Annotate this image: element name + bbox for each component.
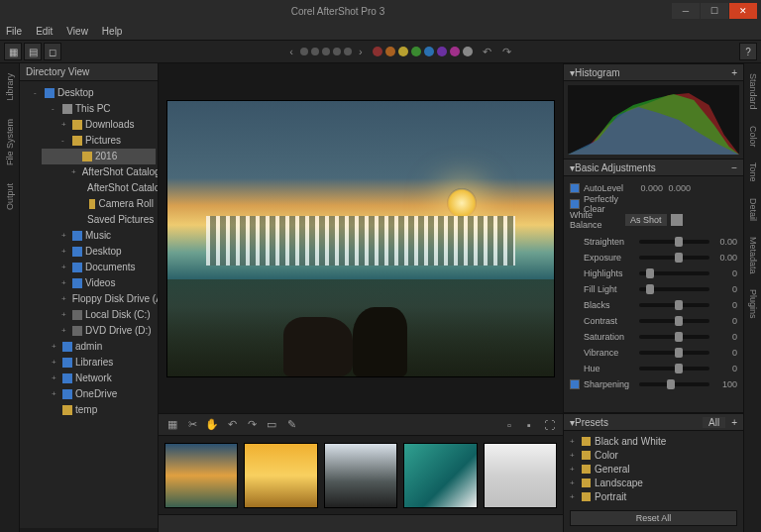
tab-library[interactable]: Library [5, 69, 15, 105]
rating-next-icon[interactable]: › [355, 46, 367, 57]
tree-twisty-icon[interactable]: + [61, 324, 69, 338]
thumb-large-icon[interactable]: ▪ [521, 417, 537, 433]
star-icon[interactable] [311, 48, 319, 55]
thumbnail[interactable] [244, 443, 317, 508]
tree-twisty-icon[interactable]: - [52, 102, 59, 116]
rating-prev-icon[interactable]: ‹ [285, 46, 297, 57]
tab-metadata[interactable]: Metadata [748, 233, 758, 278]
thumbnail[interactable] [484, 443, 557, 508]
toolbar-help-button[interactable]: ? [739, 43, 757, 60]
plus-icon[interactable]: + [731, 417, 737, 428]
region-tool-icon[interactable]: ▭ [264, 417, 279, 433]
tree-item[interactable]: +DVD Drive (D:) [42, 323, 156, 339]
crop-tool-icon[interactable]: ✂ [184, 417, 200, 433]
tree-twisty-icon[interactable]: + [52, 356, 59, 370]
star-icon[interactable] [322, 48, 330, 55]
tree-twisty-icon[interactable]: + [71, 165, 76, 179]
slider[interactable] [639, 351, 709, 355]
tab-detail[interactable]: Detail [748, 194, 758, 225]
tree-twisty-icon[interactable]: + [61, 118, 69, 132]
preset-folder[interactable]: +Portrait [570, 489, 737, 503]
reset-all-button[interactable]: Reset All [570, 510, 737, 526]
tree-item[interactable]: +Videos [42, 275, 156, 291]
toolbar-layout-2-button[interactable]: ▤ [24, 43, 42, 60]
redo-icon[interactable]: ↷ [498, 46, 515, 58]
thumbnail[interactable] [164, 443, 238, 508]
menu-help[interactable]: Help [102, 26, 123, 37]
basic-adjustments-header[interactable]: ▾ Basic Adjustments − [564, 159, 743, 176]
color-label-dot[interactable] [463, 47, 473, 56]
tree-item[interactable]: temp [42, 402, 156, 418]
minus-icon[interactable]: − [731, 162, 737, 173]
toolbar-layout-1-button[interactable]: ▦ [4, 43, 22, 60]
tree-item[interactable]: 2016 [42, 149, 156, 164]
slider[interactable] [639, 303, 709, 307]
tree-item[interactable]: +Libraries [42, 355, 156, 371]
color-label-dot[interactable] [450, 47, 460, 56]
filmstrip[interactable] [159, 435, 563, 514]
tree-item[interactable]: +Music [42, 228, 156, 244]
slider[interactable] [639, 256, 709, 260]
grid-view-icon[interactable]: ▦ [164, 417, 180, 433]
tree-item[interactable]: Saved Pictures [42, 212, 156, 228]
thumbnail[interactable] [403, 443, 477, 508]
tree-item[interactable]: +Desktop [42, 244, 156, 260]
tab-standard[interactable]: Standard [748, 69, 758, 114]
tree-item[interactable]: +AfterShot Catalog 1.0 [42, 164, 156, 180]
pan-tool-icon[interactable]: ✋ [204, 417, 220, 433]
rotate-right-icon[interactable]: ↷ [244, 417, 260, 433]
window-close-button[interactable]: ✕ [729, 3, 757, 19]
tree-root-item[interactable]: -Desktop [32, 85, 156, 101]
tree-item[interactable]: -Pictures [42, 133, 156, 149]
tree-twisty-icon[interactable]: + [61, 261, 69, 274]
tab-filesystem[interactable]: File System [5, 115, 15, 169]
fullscreen-icon[interactable]: ⛶ [541, 417, 557, 433]
menu-view[interactable]: View [66, 26, 88, 37]
preset-folder[interactable]: +General [570, 462, 737, 476]
tree-twisty-icon[interactable]: - [61, 134, 69, 148]
tree-twisty-icon[interactable]: + [61, 229, 69, 243]
color-label-dot[interactable] [424, 47, 434, 56]
menu-file[interactable]: File [6, 26, 22, 37]
color-label-dot[interactable] [398, 47, 408, 56]
left-splitter[interactable] [20, 528, 158, 532]
undo-icon[interactable]: ↶ [479, 46, 495, 58]
checkbox[interactable] [570, 379, 580, 389]
thumbnail[interactable] [324, 443, 397, 508]
eyedropper-icon[interactable] [671, 214, 683, 226]
preset-folder[interactable]: +Landscape [570, 476, 737, 489]
slider[interactable] [639, 319, 709, 323]
tree-item[interactable]: Camera Roll [42, 196, 156, 212]
color-label-dot[interactable] [411, 47, 421, 56]
tree-item[interactable]: +Network [42, 371, 156, 386]
star-icon[interactable] [333, 48, 341, 55]
slider[interactable] [639, 367, 709, 371]
tree-twisty-icon[interactable]: + [52, 387, 59, 401]
tree-twisty-icon[interactable]: + [52, 340, 59, 354]
color-label-dot[interactable] [373, 47, 382, 56]
presets-dropdown[interactable]: All [703, 417, 725, 428]
tree-item[interactable]: +Local Disk (C:) [42, 307, 156, 323]
tab-color[interactable]: Color [748, 122, 758, 152]
tab-plugins[interactable]: Plugins [748, 285, 758, 323]
rating-filter[interactable]: ‹ › [285, 46, 366, 57]
white-balance-dropdown[interactable]: As Shot [625, 214, 667, 226]
menu-edit[interactable]: Edit [36, 26, 53, 37]
presets-header[interactable]: ▾ Presets All + [564, 413, 743, 431]
tree-item[interactable]: +admin [42, 339, 156, 355]
plus-icon[interactable]: + [731, 67, 737, 78]
preset-folder[interactable]: +Color [570, 448, 737, 462]
directory-tree[interactable]: -Desktop-This PC+Downloads-Pictures2016+… [20, 81, 158, 528]
star-icon[interactable] [300, 48, 308, 55]
slider[interactable] [639, 271, 709, 275]
toolbar-layout-3-button[interactable]: ◻ [44, 43, 61, 60]
window-minimize-button[interactable]: ─ [672, 3, 700, 19]
window-maximize-button[interactable]: ☐ [701, 3, 728, 19]
histogram-header[interactable]: ▾ Histogram + [564, 63, 743, 81]
tree-twisty-icon[interactable]: + [61, 308, 69, 322]
tree-twisty-icon[interactable]: + [61, 276, 69, 290]
tree-twisty-icon[interactable]: + [61, 245, 69, 259]
slider[interactable] [639, 287, 709, 291]
color-label-dot[interactable] [437, 47, 447, 56]
star-icon[interactable] [344, 48, 352, 55]
